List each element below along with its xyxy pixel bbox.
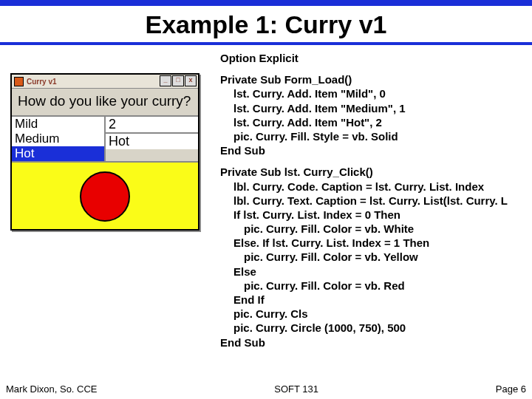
code-line: Option Explicit	[220, 51, 526, 65]
text-label: Hot	[106, 134, 198, 149]
code-line: pic. Curry. Fill. Color = vb. White	[220, 222, 526, 236]
code-line: lst. Curry. Add. Item "Hot", 2	[220, 115, 526, 129]
code-line: pic. Curry. Cls	[220, 307, 526, 321]
code-line: Else. If lst. Curry. List. Index = 1 The…	[220, 236, 526, 250]
code-line: pic. Curry. Circle (1000, 750), 500	[220, 321, 526, 335]
code-line: Private Sub lst. Curry_Click()	[220, 165, 526, 179]
footer-center: SOFT 131	[274, 383, 318, 395]
list-item[interactable]: Medium	[12, 132, 104, 146]
footer: Mark Dixon, So. CCE SOFT 131 Page 6	[0, 383, 532, 395]
close-button[interactable]: x	[185, 75, 197, 86]
app-icon	[14, 77, 24, 86]
curry-circle	[80, 171, 130, 222]
picture-box	[12, 161, 198, 229]
window-title: Curry v1	[27, 78, 57, 86]
index-label: 2	[106, 117, 198, 134]
footer-left: Mark Dixon, So. CCE	[6, 383, 98, 395]
left-column: Curry v1 _ □ x How do you like your curr…	[6, 51, 220, 349]
code-line: lst. Curry. Add. Item "Medium", 1	[220, 101, 526, 115]
window-titlebar: Curry v1 _ □ x	[12, 75, 198, 89]
code-line: pic. Curry. Fill. Style = vb. Solid	[220, 129, 526, 143]
code-line: Private Sub Form_Load()	[220, 72, 526, 86]
code-line: Else	[220, 265, 526, 279]
code-line: End Sub	[220, 335, 526, 349]
code-line: End If	[220, 293, 526, 307]
list-item[interactable]: Mild	[12, 117, 104, 132]
spacer	[220, 157, 526, 165]
maximize-button[interactable]: □	[172, 75, 184, 86]
list-item-selected[interactable]: Hot	[12, 146, 104, 161]
vb-form-window: Curry v1 _ □ x How do you like your curr…	[10, 73, 200, 231]
prompt-label: How do you like your curry?	[12, 89, 198, 115]
code-line: If lst. Curry. List. Index = 0 Then	[220, 208, 526, 222]
info-column: 2 Hot	[106, 117, 198, 161]
code-line: lst. Curry. Add. Item "Mild", 0	[220, 86, 526, 100]
slide-body: Curry v1 _ □ x How do you like your curr…	[0, 51, 532, 349]
minimize-button[interactable]: _	[160, 75, 171, 86]
window-controls: _ □ x	[159, 75, 197, 86]
code-line: End Sub	[220, 143, 526, 157]
code-column: Option Explicit Private Sub Form_Load() …	[220, 51, 526, 349]
code-line: pic. Curry. Fill. Color = vb. Red	[220, 279, 526, 293]
slide-accent-bar	[0, 0, 532, 6]
mid-row: Mild Medium Hot 2 Hot	[12, 115, 198, 161]
curry-listbox[interactable]: Mild Medium Hot	[12, 117, 106, 161]
footer-right: Page 6	[496, 383, 526, 395]
code-line: lbl. Curry. Code. Caption = lst. Curry. …	[220, 180, 526, 194]
slide-title: Example 1: Curry v1	[0, 10, 532, 45]
code-line: lbl. Curry. Text. Caption = lst. Curry. …	[220, 194, 526, 208]
code-line: pic. Curry. Fill. Color = vb. Yellow	[220, 250, 526, 264]
